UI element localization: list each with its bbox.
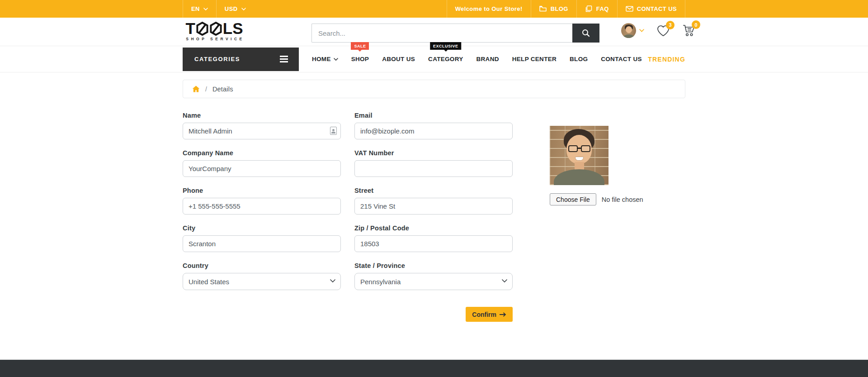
country-label: Country — [183, 262, 341, 269]
chevron-down-icon — [330, 279, 335, 283]
photo-upload: Choose File No file chosen — [550, 193, 685, 205]
breadcrumb: / Details — [183, 80, 685, 98]
state-select[interactable]: Pennsylvania — [354, 273, 513, 290]
home-icon[interactable] — [192, 86, 200, 92]
chevron-down-icon — [241, 8, 246, 10]
company-field: Company Name — [183, 149, 341, 177]
profile-panel: Choose File No file chosen — [550, 126, 685, 205]
footer-divider — [0, 359, 868, 359]
search-bar — [311, 24, 599, 43]
topbar-link-faq[interactable]: FAQ — [576, 0, 617, 18]
city-field: City — [183, 224, 341, 252]
search-icon — [581, 29, 590, 38]
chevron-down-icon — [639, 29, 644, 32]
street-field: Street — [354, 187, 513, 215]
wishlist-button[interactable]: 3 — [656, 24, 670, 37]
topbar-link-contact[interactable]: CONTACT US — [617, 0, 685, 18]
trending-link[interactable]: TRENDING — [648, 56, 685, 63]
profile-photo — [550, 126, 609, 185]
vat-field: VAT Number — [354, 149, 513, 177]
cart-count-badge: 0 — [692, 20, 700, 29]
phone-field: Phone — [183, 187, 341, 215]
hex-nut-icon — [196, 22, 209, 36]
chevron-down-icon — [334, 58, 338, 61]
zip-field: Zip / Postal Code — [354, 224, 513, 252]
currency-dropdown[interactable]: USD — [216, 0, 254, 18]
state-label: State / Province — [354, 262, 513, 269]
city-input[interactable] — [183, 235, 341, 252]
name-field: Name — [183, 112, 341, 139]
choose-file-button[interactable]: Choose File — [550, 193, 596, 205]
logo-subtitle: SHOP SERVICE — [184, 37, 246, 41]
topbar-link-label: FAQ — [596, 5, 609, 12]
logo-text-end: LS — [223, 21, 243, 36]
file-status-text: No file chosen — [602, 196, 643, 203]
name-input[interactable] — [183, 123, 341, 139]
vat-label: VAT Number — [354, 149, 513, 157]
brand-logo[interactable]: T LS SHOP SERVICE — [183, 21, 246, 41]
breadcrumb-current: Details — [212, 86, 233, 93]
avatar — [621, 23, 636, 38]
currency-label: USD — [225, 5, 238, 12]
sale-badge: SALE — [351, 42, 369, 50]
nav-item-category[interactable]: EXCLUSIVE CATEGORY — [428, 46, 463, 72]
company-input[interactable] — [183, 160, 341, 177]
hex-nut-icon — [209, 22, 222, 36]
nav-item-shop[interactable]: SALE SHOP — [351, 46, 369, 72]
categories-label: CATEGORIES — [194, 56, 240, 62]
street-label: Street — [354, 187, 513, 194]
breadcrumb-separator: / — [205, 86, 207, 93]
header-icons: 3 0 — [621, 23, 696, 38]
email-field: Email — [354, 112, 513, 139]
welcome-message: Welcome to Our Store! — [447, 0, 531, 18]
nav-item-contact-us[interactable]: CONTACT US — [601, 46, 642, 72]
email-label: Email — [354, 112, 513, 119]
page: EN USD Welcome to Our Store! BLOG FAQ — [0, 0, 868, 377]
pages-icon — [585, 5, 593, 12]
breadcrumb-bar: / Details — [183, 80, 685, 98]
nav-item-help-center[interactable]: HELP CENTER — [512, 46, 557, 72]
nav-items: HOME SALE SHOP ABOUT US EXCLUSIVE CATEGO… — [312, 46, 642, 72]
hamburger-icon — [280, 56, 288, 62]
account-menu[interactable] — [621, 23, 644, 38]
cart-button[interactable]: 0 — [682, 24, 696, 37]
chevron-down-icon — [203, 8, 208, 10]
nav-item-brand[interactable]: BRAND — [476, 46, 499, 72]
topbar-link-label: CONTACT US — [637, 5, 677, 12]
exclusive-badge: EXCLUSIVE — [430, 42, 462, 50]
top-bar: EN USD Welcome to Our Store! BLOG FAQ — [0, 0, 868, 18]
chevron-down-icon — [502, 279, 507, 283]
city-label: City — [183, 224, 341, 232]
country-field: Country United States — [183, 262, 341, 290]
main-navigation: CATEGORIES HOME SALE SHOP ABOUT US EXCLU… — [0, 46, 868, 72]
topbar-link-label: BLOG — [551, 5, 568, 12]
details-form: Name Email Company Name VAT Number Phone — [183, 112, 685, 322]
phone-input[interactable] — [183, 198, 341, 215]
search-button[interactable] — [572, 24, 599, 43]
folder-open-icon — [539, 5, 547, 12]
search-input[interactable] — [311, 24, 572, 43]
language-label: EN — [191, 5, 200, 12]
topbar-link-blog[interactable]: BLOG — [531, 0, 576, 18]
name-label: Name — [183, 112, 341, 119]
nav-item-blog[interactable]: BLOG — [570, 46, 588, 72]
categories-menu-button[interactable]: CATEGORIES — [183, 48, 299, 71]
state-field: State / Province Pennsylvania — [354, 262, 513, 290]
confirm-button[interactable]: Confirm — [466, 307, 513, 322]
vat-input[interactable] — [354, 160, 513, 177]
nav-item-about-us[interactable]: ABOUT US — [382, 46, 415, 72]
company-label: Company Name — [183, 149, 341, 157]
zip-input[interactable] — [354, 235, 513, 252]
email-input[interactable] — [354, 123, 513, 139]
logo-text-start: T — [185, 21, 195, 36]
nav-item-home[interactable]: HOME — [312, 46, 338, 72]
mail-icon — [626, 5, 633, 12]
phone-label: Phone — [183, 187, 341, 194]
footer-bar — [0, 360, 868, 377]
contact-autofill-icon[interactable] — [330, 127, 337, 135]
language-dropdown[interactable]: EN — [183, 0, 216, 18]
topbar-spacer — [254, 0, 447, 18]
arrow-right-icon — [500, 312, 506, 317]
country-select[interactable]: United States — [183, 273, 341, 290]
street-input[interactable] — [354, 198, 513, 215]
